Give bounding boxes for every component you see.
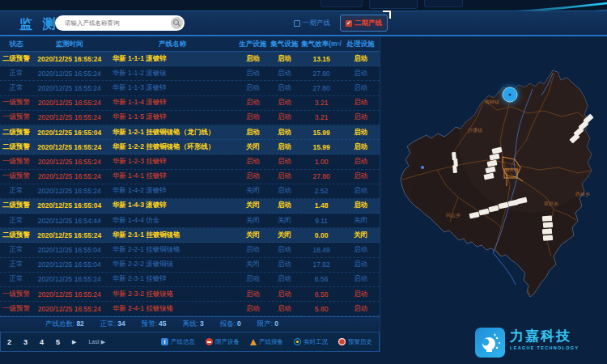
cell-gas: 启动	[267, 171, 301, 181]
cell-time: 2020/12/25 16:55:24	[32, 84, 107, 92]
cell-prod: 启动	[238, 98, 267, 108]
column-header-gas: 集气设施	[267, 40, 301, 49]
cell-treat: 启动	[342, 69, 380, 78]
table-row[interactable]: 一级预警2020/12/25 16:55:24华新 1-1-5 滚镀锌启动启动3…	[0, 111, 380, 125]
table-row[interactable]: 正常2020/12/25 16:55:24华新 1-1-3 滚镀锌启动启动27.…	[0, 81, 380, 95]
cell-gas: 关闭	[267, 216, 301, 226]
legend-label: 限产设备	[215, 338, 240, 346]
map-marker[interactable]	[503, 87, 518, 103]
cell-gas: 启动	[267, 142, 301, 152]
cell-status: 一级预警	[0, 290, 32, 299]
search-icon[interactable]	[171, 17, 183, 29]
cell-eff: 18.49	[301, 246, 342, 254]
cell-status: 二级预警	[0, 201, 32, 210]
map-town-label: 梅林镇	[485, 99, 499, 106]
page-button-2[interactable]: 2	[7, 338, 11, 346]
cell-eff: 27.80	[301, 84, 342, 92]
cell-prod: 关闭	[238, 231, 267, 240]
table-row[interactable]: 正常2020/12/25 16:55:24华新 1-4-2 滚镀锌关闭启动2.5…	[0, 184, 380, 199]
table-row[interactable]: 正常2020/12/25 16:54:44华新 1-4-4 仿金关闭关闭9.11…	[0, 214, 380, 228]
table-row[interactable]: 一级预警2020/12/25 16:55:24华新 1-1-4 滚镀锌启动启动3…	[0, 96, 380, 111]
cell-name: 华新 1-4-3 滚镀锌	[107, 201, 239, 210]
legend-item[interactable]: 预警历史	[338, 338, 372, 346]
legend-item[interactable]: 产线信息	[161, 338, 195, 346]
table-row[interactable]: 二级预警2020/12/25 16:55:24华新 2-1-1 挂镀铜镍铬关闭关…	[0, 228, 380, 243]
cell-prod: 关闭	[238, 216, 267, 226]
cell-eff: 9.11	[301, 217, 342, 225]
region-map[interactable]: 梅林镇沙溪镇城关镇双彩乡西岭乡回山乡	[388, 49, 607, 332]
cell-gas: 启动	[267, 245, 301, 255]
summary-item: 正常:34	[100, 320, 125, 329]
cell-gas: 启动	[267, 274, 301, 284]
page-button-4[interactable]: 4	[40, 338, 44, 346]
cell-treat: 启动	[342, 83, 380, 93]
cell-gas: 启动	[267, 128, 301, 138]
table-row[interactable]: 二级预警2020/12/25 16:55:04华新 1-4-3 滚镀锌关闭启动1…	[0, 199, 380, 214]
summary-item: 报备:0	[220, 320, 241, 329]
cell-name: 华新 1-2-2 挂镀铜镍铬（环形线）	[107, 142, 239, 152]
table-row[interactable]: 二级预警2020/12/25 16:55:04华新 1-2-1 挂镀铜镍铬（龙门…	[0, 125, 380, 140]
next-page-icon[interactable]: ▶	[72, 339, 76, 345]
phase2-button[interactable]: 二期产线	[340, 15, 388, 32]
cell-treat: 关闭	[342, 231, 380, 240]
cell-eff: 3.21	[301, 99, 342, 107]
search-box[interactable]	[55, 15, 185, 31]
cell-gas: 启动	[267, 290, 301, 299]
cell-treat: 启动	[342, 171, 380, 181]
page-button-5[interactable]: 5	[56, 338, 60, 346]
legend-item[interactable]: 限产设备	[206, 338, 240, 346]
brand-logo: 力嘉科技 LEAGUE TECHNOLOGY	[475, 328, 607, 358]
page-button-3[interactable]: 3	[23, 338, 28, 346]
top-tab-shape	[369, 0, 418, 9]
table-row[interactable]: 一级预警2020/12/25 16:55:24华新 1-2-3 挂镀锌启动启动1…	[0, 154, 380, 169]
cell-time: 2020/12/25 16:55:04	[32, 201, 107, 210]
cell-status: 二级预警	[0, 231, 32, 240]
brand-name-en: LEAGUE TECHNOLOGY	[510, 345, 579, 350]
table-row[interactable]: 一级预警2020/12/25 16:55:24华新 2-3-2 挂镀镍铬启动启动…	[0, 287, 380, 302]
legend-item[interactable]: 实时工况	[294, 338, 328, 346]
cell-gas: 启动	[267, 69, 301, 78]
cell-status: 正常	[0, 216, 32, 226]
cell-name: 华新 1-4-2 滚镀锌	[107, 186, 239, 196]
summary-item: 产线总数:82	[45, 320, 84, 329]
table-row[interactable]: 二级预警2020/12/25 16:55:24华新 1-2-2 挂镀铜镍铬（环形…	[0, 140, 380, 154]
search-input[interactable]	[63, 19, 171, 28]
table-row[interactable]: 一级预警2020/12/25 16:55:24华新 2-4-1 挂镀镍铬启动启动…	[0, 302, 380, 316]
cell-name: 华新 1-2-1 挂镀铜镍铬（龙门线）	[107, 128, 239, 138]
cell-name: 华新 2-2-1 挂镀铜镍铬	[107, 245, 239, 255]
legend-label: 产线报备	[259, 338, 283, 346]
cell-treat: 启动	[342, 186, 380, 196]
cell-eff: 27.80	[301, 172, 342, 180]
phase1-checkbox[interactable]: 一期产线	[294, 19, 330, 28]
table-row[interactable]: 二级预警2020/12/25 16:55:24华新 1-1-1 滚镀锌启动启动1…	[0, 52, 380, 66]
cell-name: 华新 1-4-4 仿金	[107, 216, 239, 226]
map-town-label: 双彩乡	[544, 201, 558, 208]
legend-item[interactable]: 产线报备	[250, 338, 283, 346]
cell-prod: 启动	[238, 274, 267, 284]
table-row[interactable]: 正常2020/12/25 16:55:04华新 2-2-2 滚镀铜镍关闭启动17…	[0, 258, 380, 273]
table-row[interactable]: 正常2020/12/25 16:55:24华新 2-3-1 挂镀锌启动启动6.5…	[0, 273, 380, 287]
brand-icon	[475, 328, 505, 358]
header-bar: 监 测 一期产线 二期产线	[0, 11, 607, 36]
cell-name: 华新 1-1-4 滚镀锌	[107, 98, 239, 108]
table-row[interactable]: 一级预警2020/12/25 16:55:24华新 1-4-1 挂镀锌启动启动2…	[0, 170, 380, 184]
cell-time: 2020/12/25 16:55:24	[32, 70, 107, 78]
last-page-button[interactable]: Last ▶	[88, 339, 105, 345]
cell-gas: 启动	[267, 83, 301, 93]
cell-gas: 启动	[267, 260, 301, 269]
cell-prod: 启动	[238, 69, 267, 78]
cell-name: 华新 2-2-2 滚镀铜镍	[107, 260, 239, 269]
report-triangle-icon	[250, 339, 257, 345]
cell-treat: 启动	[342, 274, 380, 284]
cell-eff: 27.80	[301, 70, 342, 78]
cell-treat: 启动	[342, 128, 380, 138]
table-row[interactable]: 正常2020/12/25 16:55:04华新 2-2-1 挂镀铜镍铬启动启动1…	[0, 243, 380, 257]
cell-eff: 6.56	[301, 275, 342, 283]
table-row[interactable]: 正常2020/12/25 16:55:24华新 1-1-2 滚镀镍启动启动27.…	[0, 66, 380, 81]
page-title: 监 测	[19, 16, 58, 33]
corner-bracket-decoration	[383, 11, 391, 19]
info-square-icon	[161, 338, 168, 345]
cell-status: 一级预警	[0, 157, 32, 167]
cell-prod: 关闭	[238, 142, 267, 152]
cell-treat: 启动	[342, 54, 380, 64]
